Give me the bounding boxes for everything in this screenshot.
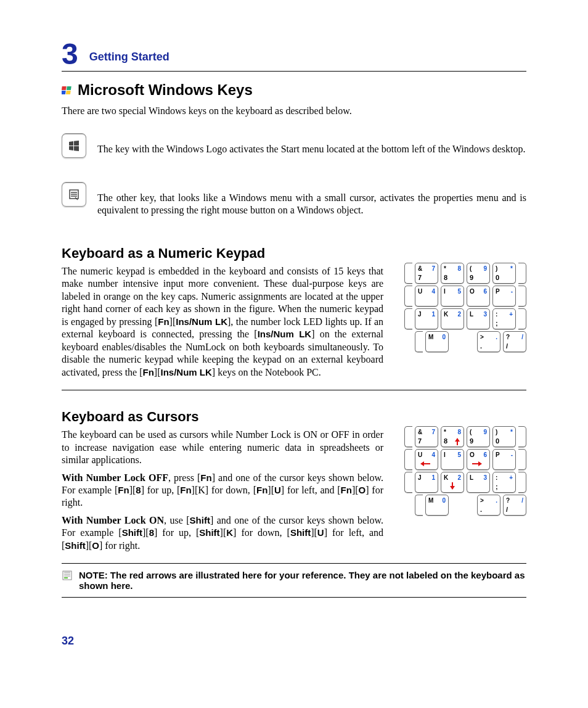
section-heading-windows-keys: Microsoft Windows Keys bbox=[78, 81, 253, 99]
section3-p1: The keyboard can be used as cursors whil… bbox=[62, 429, 383, 466]
key-8: *88 bbox=[441, 426, 464, 447]
numeric-keypad-figure: &77 *88 (99 )*0 U4 I5 O6 P- J1 bbox=[397, 263, 526, 352]
menu-key-desc: The other key, that looks like a Windows… bbox=[97, 192, 526, 217]
note-text: NOTE: The red arrows are illustrated her… bbox=[79, 570, 526, 591]
chapter-number: 3 bbox=[62, 37, 78, 71]
arrow-down-icon bbox=[447, 481, 457, 488]
key-partial bbox=[404, 472, 412, 493]
key-partial bbox=[404, 426, 412, 447]
key-partial bbox=[518, 308, 526, 329]
section2-para: The numeric keypad is embedded in the ke… bbox=[62, 265, 383, 379]
key-m: M0 bbox=[425, 331, 449, 352]
s2i: ][ bbox=[154, 367, 161, 377]
s2k: ] keys on the Notebook PC. bbox=[212, 367, 321, 377]
key-slash: ?// bbox=[503, 495, 526, 516]
s2h: Fn bbox=[143, 367, 154, 377]
key-partial bbox=[404, 286, 412, 307]
key-m: M0 bbox=[425, 495, 449, 516]
key-partial bbox=[404, 449, 412, 470]
arrow-up-icon bbox=[452, 437, 462, 444]
section-heading-cursors: Keyboard as Cursors bbox=[62, 409, 526, 425]
chapter-title: Getting Started bbox=[89, 51, 169, 64]
key-8: *88 bbox=[441, 263, 464, 284]
key-partial bbox=[518, 449, 526, 470]
section-heading-numeric-keypad: Keyboard as a Numeric Keypad bbox=[62, 245, 526, 261]
windows-key-icon bbox=[62, 133, 86, 158]
key-partial bbox=[518, 286, 526, 307]
windows-flag-icon bbox=[62, 85, 73, 96]
svg-rect-2 bbox=[62, 91, 66, 94]
svg-rect-1 bbox=[67, 86, 71, 90]
key-slash: ?// bbox=[503, 331, 526, 352]
key-p: P- bbox=[492, 449, 516, 470]
key-u: U4 bbox=[415, 449, 438, 470]
s2b: Fn bbox=[158, 316, 169, 327]
key-colon: :+; bbox=[492, 308, 516, 329]
key-9: (99 bbox=[467, 426, 490, 447]
chapter-head: 3 Getting Started bbox=[62, 37, 526, 72]
key-partial bbox=[518, 472, 526, 493]
svg-rect-3 bbox=[66, 91, 71, 94]
key-partial bbox=[404, 308, 412, 329]
key-partial bbox=[415, 495, 423, 516]
note-icon bbox=[62, 570, 73, 581]
arrow-left-icon bbox=[420, 459, 430, 466]
key-partial bbox=[518, 263, 526, 284]
key-l: L3 bbox=[467, 472, 490, 493]
key-9: (99 bbox=[467, 263, 490, 284]
key-u: U4 bbox=[415, 286, 438, 307]
s2j: Ins/Num LK bbox=[160, 367, 211, 377]
section1-intro: There are two special Windows keys on th… bbox=[62, 105, 526, 117]
key-7: &77 bbox=[415, 426, 438, 447]
section3-p2: With Number Lock OFF, press [Fn] and one… bbox=[62, 472, 383, 509]
key-o: O6 bbox=[467, 286, 490, 307]
key-k: K2 bbox=[441, 472, 464, 493]
cursor-keypad-figure: &77 *88 (99 )*0 U4 I5 O6 P- J1 bbox=[397, 426, 526, 516]
s3p3a: With Number Lock ON bbox=[62, 515, 164, 525]
key-partial bbox=[404, 263, 412, 284]
key-gt: >.. bbox=[477, 495, 500, 516]
key-partial bbox=[518, 426, 526, 447]
windows-key-desc: The key with the Windows Logo activates … bbox=[97, 143, 525, 155]
key-colon: :+; bbox=[492, 472, 516, 493]
key-o: O6 bbox=[467, 449, 490, 470]
s2c: ][ bbox=[169, 316, 176, 327]
s3p2a: With Number Lock OFF bbox=[62, 472, 168, 483]
key-0: )*0 bbox=[492, 426, 516, 447]
s2f: Ins/Num LK bbox=[258, 329, 311, 339]
svg-rect-0 bbox=[62, 86, 67, 90]
key-gt: >.. bbox=[477, 331, 500, 352]
section3-p3: With Number Lock ON, use [Shift] and one… bbox=[62, 514, 383, 552]
key-7: &77 bbox=[415, 263, 438, 284]
key-partial bbox=[415, 331, 423, 352]
key-i: I5 bbox=[441, 286, 464, 307]
key-p: P- bbox=[492, 286, 516, 307]
page-number: 32 bbox=[62, 635, 526, 648]
key-j: J1 bbox=[415, 472, 438, 493]
s2d: Ins/Num LK bbox=[176, 316, 227, 327]
key-j: J1 bbox=[415, 308, 438, 329]
key-l: L3 bbox=[467, 308, 490, 329]
key-i: I5 bbox=[441, 449, 464, 470]
arrow-right-icon bbox=[472, 459, 482, 466]
context-menu-key-icon bbox=[62, 182, 86, 207]
key-0: )*0 bbox=[492, 263, 516, 284]
key-k: K2 bbox=[441, 308, 464, 329]
